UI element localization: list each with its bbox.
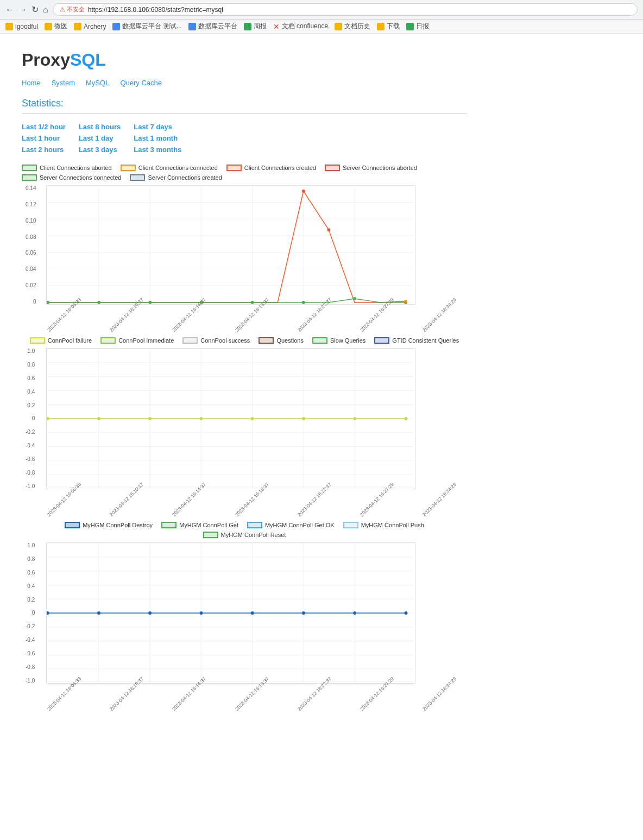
bookmark-weiyi[interactable]: 微医	[45, 22, 67, 31]
chart1-svg	[47, 186, 415, 304]
svg-point-43	[97, 417, 100, 420]
legend-connpool-failure: ConnPool failure	[30, 337, 92, 344]
legend-connpool-immediate: ConnPool immediate	[100, 337, 174, 344]
svg-point-18	[251, 301, 254, 304]
bookmarks-bar: igoodful 微医 Archery 数据库云平台 测试... 数据库云平台 …	[0, 20, 643, 34]
legend-box	[203, 532, 218, 538]
bookmark-icon	[45, 23, 52, 30]
legend-client-aborted: Client Connections aborted	[22, 165, 112, 171]
chart3-legend: MyHGM ConnPoll Destroy MyHGM ConnPoll Ge…	[22, 522, 467, 538]
time-link-1day[interactable]: Last 1 day	[79, 134, 121, 142]
bookmark-db1[interactable]: 数据库云平台 测试...	[112, 22, 181, 31]
home-button[interactable]: ⌂	[43, 5, 48, 15]
legend-box	[121, 165, 136, 171]
bookmark-confluence[interactable]: ✕ 文档 confluence	[273, 22, 328, 31]
back-button[interactable]: ←	[5, 5, 14, 15]
bookmark-download[interactable]: 下载	[377, 22, 400, 31]
legend-slow-queries: Slow Queries	[312, 337, 365, 344]
nav-query-cache[interactable]: Query Cache	[120, 79, 162, 87]
bookmark-icon	[244, 23, 251, 30]
main-nav: Home System MySQL Query Cache	[22, 79, 467, 87]
time-link-half-hour[interactable]: Last 1/2 hour	[22, 123, 66, 131]
legend-myhgm-push: MyHGM ConnPoll Push	[343, 522, 424, 528]
legend-box	[226, 165, 242, 171]
bookmark-icon	[112, 23, 120, 30]
logo-proxy: Proxy	[22, 50, 70, 70]
svg-point-48	[353, 417, 356, 420]
chart-section-connpool: ConnPool failure ConnPool immediate Conn…	[22, 337, 467, 489]
chart2-svg	[47, 349, 415, 489]
svg-point-14	[47, 301, 49, 304]
svg-point-44	[148, 417, 152, 420]
chart2-wrapper: 1.00.80.60.40.20-0.2-0.4-0.6-0.8-1.0	[46, 348, 467, 489]
bookmark-icon	[5, 23, 13, 30]
bookmark-doc-history[interactable]: 文档历史	[335, 22, 370, 31]
nav-mysql[interactable]: MySQL	[86, 79, 109, 87]
bookmark-igoodful[interactable]: igoodful	[5, 23, 38, 30]
svg-point-22	[302, 190, 305, 193]
logo: ProxySQL	[22, 50, 467, 70]
time-link-8hours[interactable]: Last 8 hours	[79, 123, 121, 131]
legend-box	[374, 337, 389, 344]
legend-myhgm-get-ok: MyHGM ConnPoll Get OK	[247, 522, 335, 528]
svg-point-72	[302, 611, 305, 615]
bookmark-db2[interactable]: 数据库云平台	[188, 22, 237, 31]
chart1-y-axis: 0.140.120.100.080.060.040.020	[26, 185, 36, 305]
chart3-y-axis: 1.00.80.60.40.20-0.2-0.4-0.6-0.8-1.0	[26, 542, 35, 684]
legend-server-connected: Server Connections connected	[22, 174, 121, 181]
time-link-1hour[interactable]: Last 1 hour	[22, 134, 66, 142]
chart2-y-axis: 1.00.80.60.40.20-0.2-0.4-0.6-0.8-1.0	[26, 348, 35, 489]
legend-box	[259, 337, 274, 344]
svg-point-74	[405, 611, 408, 615]
confluence-icon: ✕	[273, 22, 280, 31]
time-link-1month[interactable]: Last 1 month	[134, 134, 181, 142]
chart1-x-axis: 2023-04-12 16:06:38 2023-04-12 16:10:37 …	[46, 329, 467, 334]
svg-point-15	[97, 301, 100, 304]
legend-server-aborted: Server Connections aborted	[325, 165, 417, 171]
browser-bar: ← → ↻ ⌂ ⚠ 不安全 https://192.168.0.106:6080…	[0, 0, 643, 20]
chart3-x-axis: 2023-04-12 16:06:38 2023-04-12 16:10:37 …	[46, 708, 467, 713]
legend-box	[343, 522, 358, 528]
bookmark-icon	[406, 23, 414, 30]
legend-box	[22, 165, 37, 171]
svg-point-42	[47, 417, 49, 420]
url-text: https://192.168.0.106:6080/stats?metric=…	[88, 6, 223, 14]
chart-section-connections: Client Connections aborted Client Connec…	[22, 165, 467, 305]
reload-button[interactable]: ↻	[31, 4, 39, 15]
svg-point-70	[199, 611, 203, 615]
legend-gtid: GTID Consistent Queries	[374, 337, 459, 344]
legend-myhgm-get: MyHGM ConnPoll Get	[161, 522, 238, 528]
bookmark-weekly[interactable]: 周报	[244, 22, 267, 31]
svg-point-68	[97, 611, 100, 615]
bookmark-archery[interactable]: Archery	[74, 23, 106, 30]
time-link-7days[interactable]: Last 7 days	[134, 123, 181, 131]
svg-point-49	[405, 417, 408, 420]
chart2-legend: ConnPool failure ConnPool immediate Conn…	[22, 337, 467, 344]
time-link-2hours[interactable]: Last 2 hours	[22, 146, 66, 154]
section-divider	[22, 113, 467, 114]
bookmark-icon	[188, 23, 196, 30]
chart3-svg	[47, 543, 415, 683]
chart1	[46, 185, 415, 305]
svg-point-16	[148, 301, 152, 304]
svg-point-69	[148, 611, 152, 615]
forward-button[interactable]: →	[18, 5, 27, 15]
page-content: ProxySQL Home System MySQL Query Cache S…	[0, 34, 489, 727]
time-link-3days[interactable]: Last 3 days	[79, 146, 121, 154]
svg-point-23	[327, 228, 330, 231]
chart3	[46, 542, 415, 684]
legend-client-connected: Client Connections connected	[121, 165, 218, 171]
security-warning: ⚠ 不安全	[60, 5, 85, 14]
svg-point-73	[353, 611, 356, 615]
legend-box	[161, 522, 176, 528]
legend-box	[182, 337, 198, 344]
nav-home[interactable]: Home	[22, 79, 41, 87]
nav-system[interactable]: System	[52, 79, 75, 87]
time-link-3months[interactable]: Last 3 months	[134, 146, 181, 154]
logo-sql: SQL	[70, 50, 106, 70]
svg-point-67	[47, 611, 49, 615]
legend-box	[100, 337, 116, 344]
bookmark-daily[interactable]: 日报	[406, 22, 429, 31]
url-bar[interactable]: ⚠ 不安全 https://192.168.0.106:6080/stats?m…	[53, 3, 638, 16]
legend-box	[130, 174, 145, 181]
